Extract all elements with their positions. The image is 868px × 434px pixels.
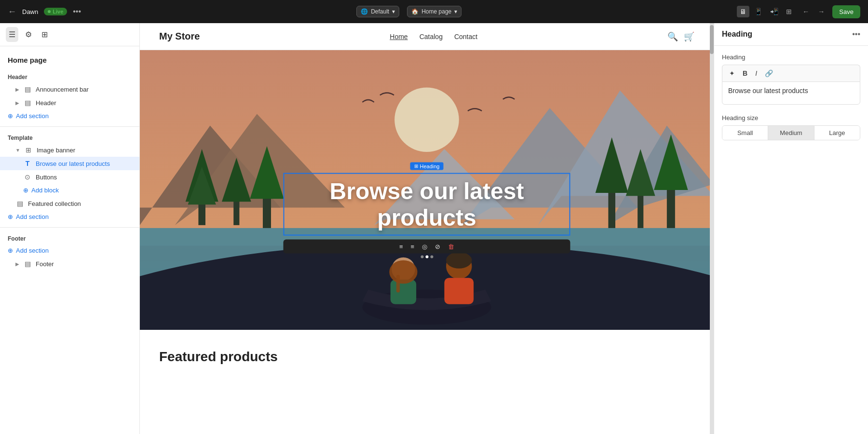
- device-buttons: 🖥 📱 📲 ⊞: [737, 6, 795, 17]
- arrow-icon: ▶: [15, 100, 19, 106]
- sidebar-item-header[interactable]: ▶ ▤ Header: [0, 96, 139, 109]
- expand-device-button[interactable]: ⊞: [783, 6, 795, 17]
- size-option-large[interactable]: Large: [814, 126, 860, 140]
- hero-heading-text[interactable]: Browse our latest products: [284, 173, 570, 235]
- live-badge: Live: [44, 8, 67, 15]
- plus-icon: ⊕: [8, 247, 13, 254]
- arrow-icon: ▶: [15, 87, 19, 92]
- more-button[interactable]: •••: [73, 7, 81, 16]
- right-panel-more-button[interactable]: •••: [852, 30, 860, 39]
- add-section-button-footer[interactable]: ⊕ Add section: [0, 244, 56, 257]
- featured-section: Featured products: [140, 330, 714, 384]
- heading-text-input[interactable]: Browse our latest products: [722, 81, 860, 105]
- align-center-tool[interactable]: ≡: [408, 241, 418, 251]
- sidebar-item-label: Footer: [36, 260, 54, 268]
- hero-heading-overlay[interactable]: ⊞ Heading Browse our latest products ≡ ≡…: [284, 161, 570, 258]
- store-nav-icons: 🔍 🛒: [667, 31, 694, 42]
- add-section-button-header[interactable]: ⊕ Add section: [0, 109, 56, 122]
- section-settings-tool[interactable]: ◎: [419, 241, 430, 251]
- redo-button[interactable]: →: [814, 6, 828, 17]
- canvas-scrollbar-thumb[interactable]: [710, 25, 714, 54]
- add-block-label: Add block: [31, 187, 59, 194]
- italic-button[interactable]: I: [752, 68, 760, 79]
- page-selector[interactable]: 🏠 Home page ▾: [407, 6, 461, 17]
- globe-icon: 🌐: [361, 8, 368, 15]
- heading-size-label: Heading size: [722, 114, 860, 122]
- hide-tool[interactable]: ⊘: [432, 241, 443, 251]
- sidebar-item-footer[interactable]: ▶ ▤ Footer: [0, 257, 139, 271]
- plus-icon: ⊕: [23, 187, 28, 194]
- section-icon: ⊞: [24, 146, 33, 154]
- bold-button[interactable]: B: [740, 68, 750, 79]
- delete-tool[interactable]: 🗑: [445, 241, 457, 251]
- chevron-down-icon: ▾: [454, 8, 457, 15]
- cart-icon[interactable]: 🛒: [684, 31, 694, 42]
- size-option-medium[interactable]: Medium: [768, 126, 814, 140]
- nav-link-home[interactable]: Home: [390, 33, 407, 41]
- sidebar-item-featured-collection[interactable]: ▤ Featured collection: [0, 197, 139, 210]
- sidebar-sections-button[interactable]: ☰: [6, 27, 18, 42]
- back-button[interactable]: ←: [8, 7, 16, 17]
- sidebar-item-label: Buttons: [36, 174, 57, 181]
- sidebar-item-buttons[interactable]: ⊙ Buttons: [0, 170, 139, 184]
- footer-section-title: Footer: [0, 231, 139, 244]
- text-toolbar: ✦ B I 🔗: [722, 65, 860, 81]
- sidebar-apps-button[interactable]: ⊞: [39, 27, 51, 42]
- section-icon: ▤: [15, 200, 24, 207]
- ai-tool-button[interactable]: ✦: [726, 68, 738, 79]
- sidebar-item-label: Header: [36, 99, 56, 107]
- heading-dots: [284, 255, 570, 258]
- right-panel-content: Heading ✦ B I 🔗 Browse our latest produc…: [714, 46, 868, 434]
- sidebar-item-image-banner[interactable]: ▼ ⊞ Image banner: [0, 143, 139, 157]
- heading-badge-label: Heading: [420, 163, 440, 169]
- dot-3: [430, 255, 433, 258]
- nav-link-catalog[interactable]: Catalog: [420, 33, 443, 41]
- heading-badge: ⊞ Heading: [410, 162, 444, 170]
- featured-title: Featured products: [159, 349, 694, 365]
- mobile-device-button[interactable]: 📲: [767, 6, 781, 17]
- heading-inline-toolbar: ≡ ≡ ◎ ⊘ 🗑: [284, 239, 570, 253]
- sidebar-item-label: Browse our latest products: [36, 160, 110, 167]
- add-section-button-template[interactable]: ⊕ Add section: [0, 210, 56, 223]
- link-button[interactable]: 🔗: [762, 68, 776, 79]
- search-icon[interactable]: 🔍: [667, 31, 678, 42]
- sidebar-toolbar: ☰ ⚙ ⊞: [0, 23, 139, 46]
- canvas-area: My Store Home Catalog Contact 🔍 🛒: [140, 23, 714, 434]
- heading-badge-icon: ⊞: [414, 163, 418, 169]
- sidebar-divider: [0, 126, 139, 127]
- theme-selector[interactable]: 🌐 Default ▾: [356, 6, 399, 17]
- save-button[interactable]: Save: [832, 5, 860, 18]
- sidebar: ☰ ⚙ ⊞ Home page Header ▶ ▤ Announcement …: [0, 23, 140, 434]
- buttons-icon: ⊙: [23, 173, 32, 181]
- hero-banner: ⊞ Heading Browse our latest products ≡ ≡…: [140, 50, 714, 330]
- header-section-title: Header: [0, 70, 139, 82]
- right-panel: Heading ••• Heading ✦ B I 🔗 Browse our l…: [714, 23, 868, 434]
- size-option-small[interactable]: Small: [722, 126, 768, 140]
- undo-redo-controls: ← →: [799, 6, 828, 17]
- sidebar-settings-button[interactable]: ⚙: [22, 27, 35, 42]
- sidebar-item-announcement-bar[interactable]: ▶ ▤ Announcement bar: [0, 82, 139, 96]
- desktop-device-button[interactable]: 🖥: [737, 6, 749, 17]
- add-block-button[interactable]: ⊕ Add block: [0, 184, 67, 197]
- topbar: ← Dawn Live ••• 🌐 Default ▾ 🏠 Home page …: [0, 0, 868, 23]
- tablet-device-button[interactable]: 📱: [751, 6, 765, 17]
- arrow-icon: ▶: [15, 261, 19, 267]
- plus-icon: ⊕: [8, 213, 13, 220]
- align-left-tool[interactable]: ≡: [396, 241, 406, 251]
- svg-rect-26: [444, 278, 474, 304]
- arrow-icon: ▼: [15, 148, 20, 153]
- heading-field-label: Heading: [722, 54, 860, 61]
- svg-point-30: [389, 260, 417, 284]
- sidebar-item-label: Announcement bar: [36, 86, 89, 93]
- undo-button[interactable]: ←: [799, 6, 813, 17]
- live-dot: [48, 10, 51, 13]
- topbar-right: 🖥 📱 📲 ⊞ ← → Save: [737, 5, 860, 18]
- section-icon: ▤: [23, 99, 32, 107]
- plus-icon: ⊕: [8, 112, 13, 120]
- svg-rect-31: [396, 275, 400, 292]
- canvas-scrollbar-track: [710, 23, 714, 434]
- dot-2: [425, 255, 428, 258]
- sidebar-item-browse-heading[interactable]: T Browse our latest products: [0, 157, 139, 170]
- sidebar-page-title: Home page: [0, 52, 139, 70]
- nav-link-contact[interactable]: Contact: [454, 33, 477, 41]
